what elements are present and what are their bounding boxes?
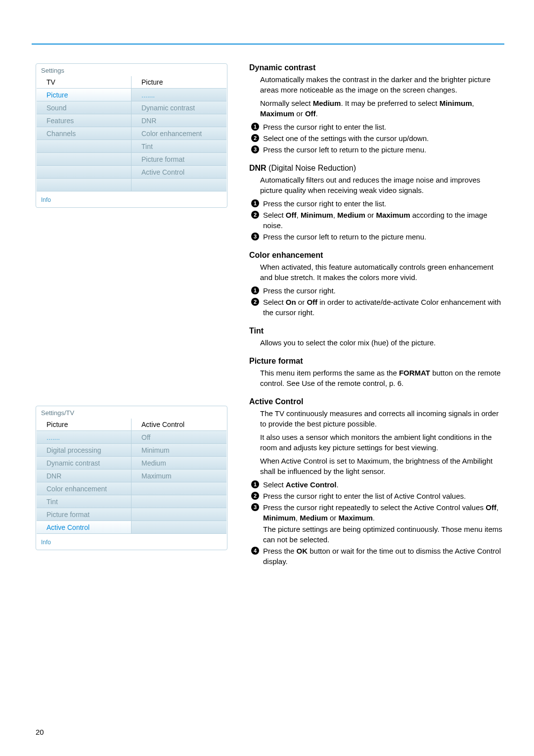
body-text: This menu item performs the same as the …	[249, 368, 504, 388]
panel2-right-item	[132, 521, 226, 534]
text: .	[373, 514, 375, 522]
step-number-icon: 1	[251, 123, 259, 131]
step: 2Select one of the settings with the cur…	[249, 133, 504, 143]
body-text: Allows you to select the color mix (hue)…	[249, 337, 504, 348]
panel1-left-item	[37, 153, 131, 166]
settings-panel-1: Settings TV Picture Sound Features Chann…	[36, 63, 227, 208]
text: ,	[472, 99, 474, 107]
step-number-icon: 3	[251, 233, 259, 240]
text: Select	[263, 480, 286, 489]
panel1-body: TV Picture Sound Features Channels Pictu…	[36, 76, 227, 191]
bold-text: Minimum	[301, 211, 333, 219]
bold-text: Maximum	[260, 109, 294, 118]
step-number-icon: 2	[251, 298, 259, 306]
step-list: 1Press the cursor right. 2Select On or O…	[249, 285, 504, 318]
panel2-footer: Info	[36, 534, 227, 550]
step-note: The picture settings are being optimized…	[249, 524, 504, 545]
section-active-control: Active Control The TV continuously measu…	[249, 397, 504, 567]
bold-text: Minimum	[440, 99, 472, 107]
step-number-icon: 3	[251, 503, 259, 511]
section-tint: Tint Allows you to select the color mix …	[249, 327, 504, 348]
panel2-left-item[interactable]: Active Control	[37, 521, 131, 534]
panel2-left-item[interactable]: Color enhancement	[37, 482, 131, 495]
bold-text: Active Control	[286, 480, 337, 489]
section-dnr: DNR (Digital Noise Reduction) Automatica…	[249, 164, 504, 242]
panel1-right-item	[132, 179, 226, 191]
text: Press the	[263, 547, 297, 555]
panel1-right-half: Picture ....... Dynamic contrast DNR Col…	[132, 76, 226, 191]
panel2-left-item[interactable]: Picture format	[37, 508, 131, 521]
step-text: Press the cursor right repeatedly to sel…	[263, 502, 504, 523]
text: Select	[263, 298, 286, 306]
panel1-left-item[interactable]: Picture	[37, 89, 131, 101]
step-text: Press the cursor left to return to the p…	[263, 144, 504, 155]
text: Select	[263, 211, 286, 219]
panel1-left-item	[37, 166, 131, 179]
bold-text: Minimum	[263, 514, 296, 522]
panel1-left-item	[37, 140, 131, 153]
text: Normally select	[260, 99, 313, 107]
bold-text: OK	[297, 547, 308, 555]
bold-text: Off	[307, 298, 317, 306]
step-number-icon: 1	[251, 199, 259, 207]
step-number-icon: 1	[251, 286, 259, 294]
text: or	[294, 109, 305, 118]
bold-text: Maximum	[339, 514, 373, 522]
panel-spacer	[36, 228, 227, 406]
panel1-right-head: Picture	[132, 76, 226, 89]
bold-text: Medium	[337, 211, 365, 219]
panel1-right-item[interactable]: DNR	[132, 114, 226, 127]
step-number-icon: 4	[251, 547, 259, 555]
step-text: Select Active Control.	[263, 479, 504, 490]
panel2-left-item[interactable]: Digital processing	[37, 444, 131, 457]
body-text: It also uses a sensor which monitors the…	[249, 432, 504, 453]
panel1-right-item[interactable]: .......	[132, 89, 226, 101]
panel1-right-item[interactable]: Active Control	[132, 166, 226, 179]
body-text: The TV continuously measures and correct…	[249, 408, 504, 429]
panel1-left-item[interactable]: Sound	[37, 101, 131, 114]
section-picture-format: Picture format This menu item performs t…	[249, 357, 504, 388]
panel2-right-head: Active Control	[132, 419, 226, 431]
panel2-body: Picture ....... Digital processing Dynam…	[36, 419, 227, 534]
panel2-right-item	[132, 495, 226, 508]
text: ,	[296, 514, 300, 522]
panel1-left-item[interactable]: Features	[37, 114, 131, 127]
panel1-right-item[interactable]: Picture format	[132, 153, 226, 166]
step-text: Press the cursor right to enter the list…	[263, 122, 504, 132]
step: 1Select Active Control.	[249, 479, 504, 490]
panel2-right-item[interactable]: Off	[132, 431, 226, 444]
step-text: Press the cursor right to enter the list…	[263, 491, 504, 501]
step-list: 1Press the cursor right to enter the lis…	[249, 122, 504, 155]
panel2-left-item[interactable]: DNR	[37, 470, 131, 482]
step-list: 1Select Active Control. 2Press the curso…	[249, 479, 504, 567]
panel2-right-item[interactable]: Maximum	[132, 470, 226, 482]
panel2-left-item[interactable]: Tint	[37, 495, 131, 508]
panel1-left-item[interactable]: Channels	[37, 127, 131, 140]
text: This menu item performs the same as the	[260, 369, 399, 377]
panel2-right-item[interactable]: Minimum	[132, 444, 226, 457]
step-number-icon: 2	[251, 211, 259, 219]
heading-picture-format: Picture format	[249, 357, 504, 366]
panel1-right-item[interactable]: Tint	[132, 140, 226, 153]
body-text: Automatically makes the contrast in the …	[249, 74, 504, 95]
step-text: Press the cursor right.	[263, 285, 504, 296]
panel2-left-item[interactable]: .......	[37, 431, 131, 444]
step: 4Press the OK button or wait for the tim…	[249, 546, 504, 567]
bold-text: Off	[305, 109, 316, 118]
section-dynamic-contrast: Dynamic contrast Automatically makes the…	[249, 63, 504, 155]
panel2-left-item[interactable]: Dynamic contrast	[37, 457, 131, 470]
text: . It may be preferred to select	[341, 99, 439, 107]
text: (Digital Noise Reduction)	[268, 164, 356, 172]
bold-text: Maximum	[376, 211, 410, 219]
panel1-left-half: TV Picture Sound Features Channels	[37, 76, 132, 191]
bold-text: Off	[486, 503, 496, 512]
text: .	[336, 480, 338, 489]
step: 2Press the cursor right to enter the lis…	[249, 491, 504, 501]
panel2-right-item[interactable]: Medium	[132, 457, 226, 470]
panel1-right-item[interactable]: Dynamic contrast	[132, 101, 226, 114]
step-number-icon: 2	[251, 492, 259, 500]
body-text: When Active Control is set to Maximum, t…	[249, 456, 504, 476]
panel1-right-item[interactable]: Color enhancement	[132, 127, 226, 140]
bold-text: On	[286, 298, 296, 306]
panel1-title: Settings	[36, 64, 227, 76]
